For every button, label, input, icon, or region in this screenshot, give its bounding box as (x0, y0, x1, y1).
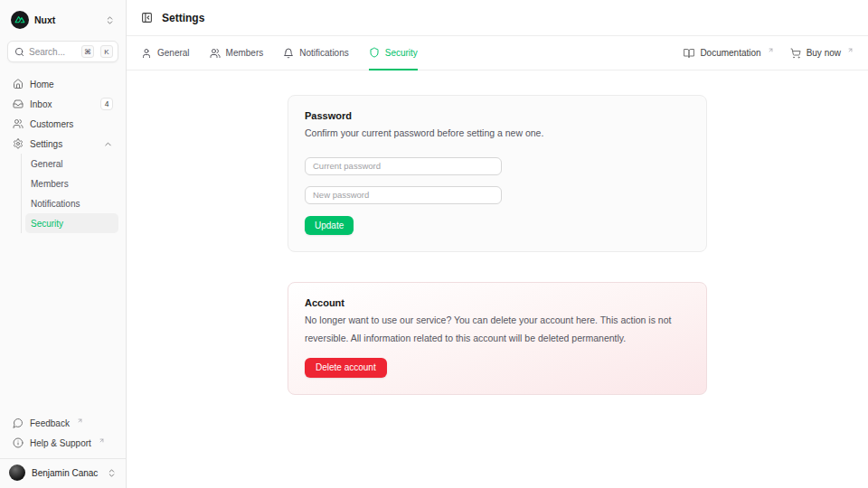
house-icon (13, 79, 24, 89)
sidebar-item-customers[interactable]: Customers (7, 114, 118, 134)
account-card-description: No longer want to use our service? You c… (305, 312, 690, 348)
buy-now-label: Buy now (807, 48, 841, 58)
arrow-up-right-icon (768, 47, 774, 53)
chevrons-up-down-icon (105, 15, 115, 25)
tab-notifications[interactable]: Notifications (283, 36, 348, 70)
tab-members[interactable]: Members (210, 36, 264, 70)
gear-icon (13, 138, 24, 149)
tab-label: Security (385, 48, 418, 58)
tab-security[interactable]: Security (369, 36, 418, 70)
documentation-link[interactable]: Documentation (684, 48, 773, 59)
sidebar-spacer (0, 233, 126, 413)
search-input[interactable]: Search... ⌘ K (7, 41, 118, 62)
info-icon (13, 437, 24, 448)
workspace-name: Nuxt (34, 14, 55, 25)
avatar (9, 465, 25, 481)
feedback-link[interactable]: Feedback (7, 413, 118, 433)
sidebar-nav: Home Inbox 4 Customers Settings General … (7, 74, 118, 233)
account-card: Account No longer want to use our servic… (288, 282, 707, 395)
sidebar-item-general[interactable]: General (25, 154, 118, 174)
users-icon (210, 48, 221, 59)
chevron-up-icon (103, 139, 113, 149)
new-password-field[interactable] (305, 186, 502, 204)
arrow-up-right-icon (77, 418, 83, 424)
tab-general[interactable]: General (141, 36, 190, 70)
sidebar-item-members[interactable]: Members (25, 174, 118, 193)
current-password-field[interactable] (305, 157, 502, 175)
password-card-description: Confirm your current password before set… (305, 125, 690, 143)
panel-left-close-icon (141, 12, 153, 23)
workspace-switcher[interactable]: Nuxt (7, 9, 118, 31)
sidebar-item-label: Inbox (30, 99, 52, 109)
feedback-label: Feedback (30, 418, 70, 428)
help-support-link[interactable]: Help & Support (7, 433, 118, 453)
sidebar-item-label: Settings (30, 139, 62, 149)
settings-security-panel: Password Confirm your current password b… (127, 70, 868, 488)
tab-label: General (157, 48, 190, 58)
password-card: Password Confirm your current password b… (288, 95, 707, 252)
nuxt-logo-icon (11, 11, 29, 29)
inbox-icon (13, 99, 24, 109)
page-title: Settings (162, 12, 204, 24)
main-area: Settings General Members Notifications S… (127, 0, 868, 488)
account-card-title: Account (305, 297, 690, 308)
user-menu[interactable]: Benjamin Canac (0, 459, 126, 488)
update-password-button[interactable]: Update (305, 216, 354, 235)
kbd-meta: ⌘ (81, 45, 94, 58)
users-icon (13, 118, 24, 129)
search-icon (14, 47, 24, 57)
sidebar-toggle-button[interactable] (141, 12, 153, 23)
tab-label: Members (226, 48, 264, 58)
book-open-icon (684, 48, 694, 59)
user-icon (141, 48, 152, 59)
arrow-up-right-icon (847, 47, 854, 53)
sidebar-item-home[interactable]: Home (7, 74, 118, 94)
search-placeholder: Search... (29, 47, 77, 57)
message-circle-icon (13, 418, 24, 428)
page-header: Settings (127, 0, 868, 36)
arrow-up-right-icon (99, 437, 105, 444)
documentation-label: Documentation (700, 48, 760, 58)
password-card-title: Password (305, 110, 690, 121)
sidebar-item-label: Home (30, 80, 54, 89)
user-name: Benjamin Canac (32, 468, 98, 478)
shopping-cart-icon (790, 48, 801, 59)
sidebar-item-notifications[interactable]: Notifications (25, 193, 118, 213)
bell-icon (283, 48, 294, 59)
shield-icon (369, 47, 380, 58)
buy-now-link[interactable]: Buy now (790, 48, 854, 59)
sidebar-item-label: Customers (30, 119, 73, 129)
sidebar: Nuxt Search... ⌘ K Home Inbox 4 Customer… (0, 0, 127, 488)
tab-label: Notifications (299, 48, 348, 58)
help-support-label: Help & Support (30, 438, 91, 448)
sidebar-item-settings[interactable]: Settings (7, 134, 118, 154)
sidebar-item-security[interactable]: Security (25, 213, 118, 233)
kbd-k: K (100, 45, 113, 58)
chevrons-up-down-icon (107, 468, 117, 478)
inbox-count-badge: 4 (100, 98, 113, 110)
sidebar-item-inbox[interactable]: Inbox 4 (7, 94, 118, 114)
tabbar-spacer (418, 36, 684, 70)
delete-account-button[interactable]: Delete account (305, 358, 387, 378)
settings-submenu: General Members Notifications Security (21, 154, 118, 233)
settings-tabbar: General Members Notifications Security D… (127, 36, 868, 70)
